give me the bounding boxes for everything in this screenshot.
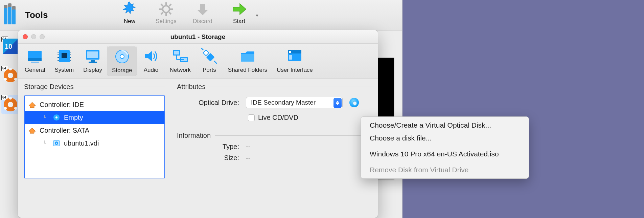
optical-drive-value: IDE Secondary Master — [251, 99, 316, 106]
tools-icon — [4, 6, 18, 24]
toolbar-settings-button[interactable]: Settings — [154, 1, 178, 25]
information-heading: Information — [177, 132, 211, 139]
hdd-icon — [52, 139, 61, 147]
menu-item-remove-disk[interactable]: Remove Disk from Virtual Drive — [361, 164, 529, 176]
main-toolbar: Tools New Settings Discard Start ▼ — [0, 0, 402, 30]
tools-label: Tools — [25, 10, 48, 20]
storage-devices-panel: Storage Devices Controller: IDE └ Empty … — [18, 80, 172, 218]
tree-label: ubuntu1.vdi — [64, 139, 99, 147]
toolbar-start-button[interactable]: Start — [227, 1, 251, 25]
window-close-button[interactable] — [23, 34, 28, 39]
tree-label: Controller: SATA — [40, 127, 89, 134]
tree-label: Empty — [64, 114, 83, 122]
optical-disc-icon — [52, 114, 61, 121]
dialog-title: ubuntu1 - Storage — [170, 33, 226, 41]
controller-icon — [28, 101, 36, 108]
attributes-panel: Attributes Optical Drive: IDE Secondary … — [172, 80, 378, 218]
divider — [78, 87, 165, 87]
toolbar-new-button[interactable]: New — [118, 1, 141, 25]
choose-disk-button[interactable] — [349, 98, 359, 107]
svg-rect-25 — [31, 62, 39, 63]
toolbar-discard-label: Discard — [193, 18, 212, 25]
svg-point-21 — [4, 107, 7, 110]
select-stepper-icon[interactable] — [334, 98, 342, 108]
svg-line-51 — [201, 48, 203, 50]
optical-drive-label: Optical Drive: — [185, 99, 239, 107]
window-minimize-button[interactable] — [31, 34, 36, 39]
menu-item-recent-iso[interactable]: Windows 10 Pro x64 en-US Activated.iso — [361, 148, 529, 160]
svg-point-42 — [120, 54, 124, 59]
tab-label: General — [25, 67, 45, 73]
menu-separator — [361, 146, 529, 146]
svg-rect-39 — [89, 62, 97, 63]
tab-label: Ports — [203, 67, 216, 73]
svg-rect-38 — [91, 60, 95, 62]
live-cd-label: Live CD/DVD — [258, 114, 298, 122]
svg-rect-27 — [62, 53, 67, 58]
tab-shared-folders[interactable]: Shared Folders — [223, 46, 272, 75]
svg-marker-57 — [29, 102, 36, 108]
tab-label: Audio — [144, 67, 158, 73]
svg-marker-0 — [123, 2, 136, 14]
tree-controller-ide[interactable]: Controller: IDE — [25, 98, 164, 111]
attributes-heading: Attributes — [177, 83, 205, 91]
svg-line-8 — [169, 4, 171, 6]
tab-system[interactable]: System — [50, 46, 78, 75]
svg-point-15 — [9, 68, 12, 70]
svg-point-20 — [9, 97, 12, 100]
svg-rect-50 — [203, 50, 209, 56]
toolbar-discard-button[interactable]: Discard — [191, 1, 214, 25]
tree-optical-empty[interactable]: └ Empty — [25, 111, 164, 124]
settings-tabs: General System Display Storage Audio Net… — [18, 44, 378, 79]
svg-rect-37 — [87, 51, 98, 58]
live-cd-checkbox[interactable] — [248, 114, 255, 121]
storage-devices-heading: Storage Devices — [24, 83, 74, 91]
menu-item-choose-file[interactable]: Choose a disk file... — [361, 132, 529, 145]
tree-controller-sata[interactable]: Controller: SATA — [25, 124, 164, 137]
tab-audio[interactable]: Audio — [137, 46, 165, 75]
menu-item-choose-create[interactable]: Choose/Create a Virtual Optical Disk... — [361, 119, 529, 132]
tab-display[interactable]: Display — [78, 46, 107, 75]
tree-label: Controller: IDE — [40, 101, 84, 109]
tab-general[interactable]: General — [20, 46, 50, 75]
tab-storage[interactable]: Storage — [107, 46, 137, 76]
info-type-label: Type: — [197, 143, 239, 151]
optical-drive-select[interactable]: IDE Secondary Master — [246, 97, 343, 108]
tab-network[interactable]: Network — [165, 46, 195, 75]
svg-point-59 — [55, 116, 58, 118]
dialog-titlebar[interactable]: ubuntu1 - Storage — [18, 30, 378, 44]
tab-label: System — [54, 67, 74, 73]
svg-rect-56 — [289, 51, 291, 53]
svg-rect-45 — [174, 51, 179, 54]
divider — [215, 135, 374, 136]
settings-dialog: ubuntu1 - Storage General System Display… — [18, 30, 378, 218]
svg-line-52 — [214, 61, 217, 64]
svg-rect-24 — [28, 58, 42, 61]
svg-point-17 — [14, 78, 17, 81]
tab-label: Storage — [112, 67, 132, 74]
divider — [209, 87, 374, 87]
toolbar-new-label: New — [124, 18, 135, 25]
tab-label: Shared Folders — [228, 67, 267, 73]
tab-ports[interactable]: Ports — [196, 46, 223, 75]
svg-point-63 — [56, 143, 57, 144]
toolbar-settings-label: Settings — [156, 18, 176, 25]
tab-label: User Interface — [277, 67, 313, 73]
vm-list: 64 10 64 64 — [0, 34, 20, 124]
svg-marker-60 — [29, 128, 36, 133]
tab-label: Network — [169, 67, 190, 73]
info-size-value: -- — [246, 154, 250, 162]
window-zoom-button[interactable] — [40, 34, 45, 39]
storage-tree[interactable]: Controller: IDE └ Empty Controller: SATA… — [24, 95, 165, 178]
optical-disk-menu: Choose/Create a Virtual Optical Disk... … — [361, 116, 529, 179]
info-type-value: -- — [246, 143, 250, 151]
start-dropdown-icon[interactable]: ▼ — [255, 13, 259, 18]
svg-point-19 — [8, 102, 13, 107]
tree-disk-ubuntu1[interactable]: └ ubuntu1.vdi — [25, 137, 164, 150]
controller-icon — [28, 127, 36, 134]
svg-line-6 — [161, 4, 163, 6]
svg-rect-55 — [289, 55, 292, 60]
svg-text:10: 10 — [5, 43, 12, 50]
svg-point-14 — [8, 73, 13, 78]
tab-user-interface[interactable]: User Interface — [272, 46, 318, 75]
